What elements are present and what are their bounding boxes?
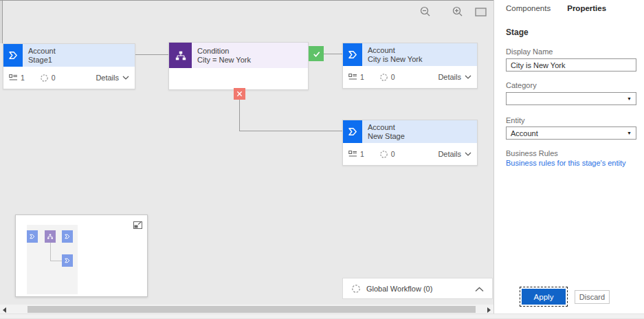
canvas-left-edge (0, 1, 3, 43)
designer-canvas[interactable]: Account Stage1 1 0 Details (0, 0, 493, 319)
steps-list-icon (9, 74, 18, 82)
minimap-stage-icon (27, 230, 38, 243)
entity-label: Entity (506, 116, 636, 124)
details-toggle[interactable]: Details (438, 150, 471, 158)
node-entity: Account (368, 46, 471, 55)
stage-node-stage1[interactable]: Account Stage1 1 0 Details (3, 43, 135, 89)
stage-chevron-icon (343, 43, 362, 66)
stage-chevron-icon (3, 44, 23, 67)
connector-line (135, 54, 168, 55)
horizontal-scrollbar[interactable] (0, 305, 493, 314)
minimap-connector (50, 261, 63, 261)
connector-line (239, 100, 240, 131)
chevron-down-icon (465, 152, 471, 156)
minimap-stage-icon (62, 254, 73, 267)
steps-badge: 1 (348, 73, 364, 81)
panel-tabs: Components Properties (506, 4, 636, 12)
chevron-down-icon (122, 76, 129, 80)
node-name: Stage1 (28, 56, 129, 65)
workflow-dashed-circle-icon (379, 73, 388, 82)
discard-button[interactable]: Discard (575, 290, 610, 304)
steps-badge: 1 (9, 74, 25, 82)
connector-line (239, 131, 342, 131)
apply-button[interactable]: Apply (522, 289, 566, 305)
minimap-stage-icon (62, 230, 73, 243)
stage-node-new-stage[interactable]: Account New Stage 1 0 Details (342, 120, 478, 166)
steps-list-icon (348, 151, 357, 158)
workflow-badge: 0 (379, 73, 395, 82)
entity-value: Account (511, 129, 538, 138)
true-check-icon (309, 46, 324, 61)
chevron-up-icon[interactable] (475, 283, 484, 295)
minimap[interactable] (15, 214, 148, 297)
dropdown-caret-icon: ▼ (627, 96, 632, 101)
category-label: Category (506, 81, 636, 89)
zoom-out-icon[interactable] (419, 6, 432, 21)
tab-components[interactable]: Components (506, 4, 551, 12)
node-name: City is New York (368, 55, 471, 64)
scroll-left-arrow-icon[interactable] (3, 307, 6, 313)
node-name: New Stage (368, 132, 471, 141)
minimap-condition-icon (45, 230, 56, 243)
workflow-dashed-circle-icon (351, 284, 361, 294)
node-entity: Account (28, 47, 129, 56)
workflow-badge: 0 (379, 150, 395, 159)
details-toggle[interactable]: Details (438, 73, 471, 81)
minimap-connector (50, 243, 51, 261)
global-workflow-bar[interactable]: Global Workflow (0) (342, 278, 493, 299)
tab-properties[interactable]: Properties (567, 4, 606, 12)
scroll-right-arrow-icon[interactable] (487, 307, 491, 313)
workflow-badge: 0 (40, 74, 56, 82)
display-name-label: Display Name (506, 47, 636, 56)
category-select[interactable]: ▼ (506, 92, 636, 105)
condition-node[interactable]: Condition City = New York (168, 42, 309, 90)
bottom-strip (0, 314, 644, 318)
steps-list-icon (348, 74, 357, 81)
steps-badge: 1 (348, 150, 364, 158)
workflow-dashed-circle-icon (379, 150, 388, 159)
chevron-down-icon (465, 75, 471, 79)
node-type-label: Condition (197, 47, 302, 56)
properties-panel: Components Properties Stage Display Name… (493, 0, 644, 314)
business-rules-label: Business Rules (506, 149, 636, 157)
stage-node-city-is-new-york[interactable]: Account City is New York 1 0 Details (342, 43, 478, 89)
section-title: Stage (506, 28, 636, 37)
connector-line (324, 54, 342, 54)
minimap-toggle-icon[interactable] (133, 219, 142, 232)
display-name-input[interactable] (506, 58, 636, 72)
false-x-icon (234, 88, 245, 100)
details-toggle[interactable]: Details (96, 74, 129, 82)
condition-expression: City = New York (197, 56, 302, 65)
global-workflow-label: Global Workflow (0) (366, 285, 432, 293)
dropdown-caret-icon: ▼ (627, 131, 632, 135)
scrollbar-thumb[interactable] (27, 306, 476, 313)
stage-chevron-icon (343, 120, 362, 143)
business-rules-link[interactable]: Business rules for this stage's entity (506, 159, 636, 167)
process-flow-designer: Account Stage1 1 0 Details (0, 0, 644, 319)
condition-tree-icon (169, 43, 192, 68)
workflow-dashed-circle-icon (40, 74, 49, 82)
entity-select[interactable]: Account ▼ (506, 126, 636, 140)
node-entity: Account (368, 123, 471, 132)
zoom-in-icon[interactable] (452, 6, 464, 21)
fit-to-canvas-icon[interactable] (475, 7, 487, 19)
